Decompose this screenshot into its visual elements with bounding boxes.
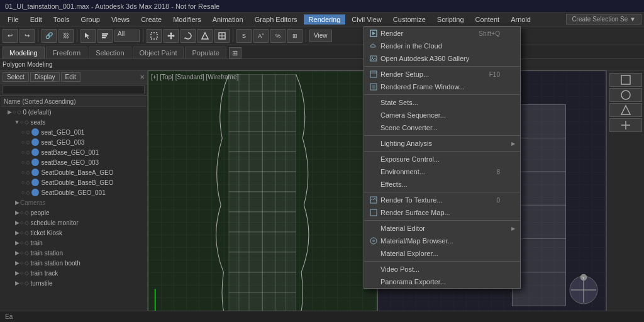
menu-civil-view[interactable]: Civil View <box>347 14 386 25</box>
select-object-button[interactable] <box>80 29 96 43</box>
snap-toggle-button[interactable]: S <box>236 29 252 43</box>
status-text: Ea <box>5 313 13 320</box>
spinner-snap-button[interactable]: ⊞ <box>287 29 303 43</box>
rp-btn-2[interactable] <box>609 88 642 102</box>
menu-panorama-exporter[interactable]: Panorama Exporter... <box>364 275 520 288</box>
menu-modifiers[interactable]: Modifiers <box>168 14 206 25</box>
gallery-icon <box>369 54 378 63</box>
selection-filter-dropdown[interactable]: All <box>114 30 140 42</box>
percent-snap-button[interactable]: % <box>270 29 286 43</box>
rp-btn-3[interactable] <box>609 103 642 117</box>
render-shortcut: Shift+Q <box>479 30 500 37</box>
menu-material-map-browser[interactable]: Material/Map Browser... <box>364 235 520 247</box>
list-item[interactable]: ○ ◇ SeatDouble_BaseA_GEO <box>1 167 146 177</box>
create-selection-button[interactable]: Create Selection Se ▼ <box>566 14 641 25</box>
lp-edit-btn[interactable]: Edit <box>61 72 80 82</box>
tab-populate[interactable]: Populate <box>185 47 226 58</box>
menu-graph-editors[interactable]: Graph Editors <box>250 14 303 25</box>
list-item[interactable]: ▶ ○ ◇ ticket Kiosk <box>1 228 146 238</box>
lp-display-btn[interactable]: Display <box>30 72 60 82</box>
lp-close-btn[interactable]: ✕ <box>140 74 145 80</box>
menu-camera-seq[interactable]: Camera Sequencer... <box>364 109 520 121</box>
menu-open-gallery[interactable]: Open Autodesk A360 Gallery <box>364 52 520 65</box>
transform-button[interactable] <box>214 29 230 43</box>
tree-item-label: train station <box>30 250 63 257</box>
list-item[interactable]: ○ ◇ SeatDouble_BaseB_GEO <box>1 177 146 187</box>
menu-content[interactable]: Content <box>470 14 505 25</box>
list-item[interactable]: ▶ ○ ◇ turnstile <box>1 278 146 288</box>
scale-button[interactable] <box>197 29 213 43</box>
menu-rendering[interactable]: Rendering <box>304 14 346 25</box>
menu-material-explorer[interactable]: Material Explorer... <box>364 247 520 260</box>
menu-create[interactable]: Create <box>136 14 167 25</box>
menu-state-sets[interactable]: State Sets... <box>364 96 520 109</box>
search-input[interactable] <box>3 86 145 94</box>
list-item[interactable]: ▶ Cameras <box>1 197 146 208</box>
rotate-button[interactable] <box>180 29 196 43</box>
list-item[interactable]: ▶ ○ ◇ 0 (default) <box>1 107 146 117</box>
visibility-icon: ○ <box>21 159 25 165</box>
undo-button[interactable]: ↩ <box>3 29 18 43</box>
menu-render-to-texture[interactable]: Render To Texture... 0 <box>364 194 520 206</box>
tree-header: Name (Sorted Ascending) <box>1 97 146 107</box>
list-item[interactable]: ○ ◇ SeatDouble_GEO_001 <box>1 187 146 197</box>
tab-object-paint[interactable]: Object Paint <box>133 47 184 58</box>
material-icon <box>369 236 378 245</box>
list-item[interactable]: ○ ◇ seatBase_GEO_003 <box>1 157 146 167</box>
menu-render-cloud[interactable]: Render in the Cloud <box>364 40 520 52</box>
tree-item-label: train track <box>30 270 58 277</box>
move-button[interactable] <box>164 29 179 43</box>
menu-file[interactable]: File <box>3 14 24 25</box>
visibility-icon-2: ◇ <box>25 250 29 256</box>
rp-btn-1[interactable] <box>609 73 642 87</box>
rect-select-button[interactable] <box>147 29 162 43</box>
tab-selection[interactable]: Selection <box>89 47 131 58</box>
menu-lighting-analysis[interactable]: Lighting Analysis <box>364 137 520 150</box>
select-by-name-button[interactable] <box>97 29 113 43</box>
viewport-top[interactable]: [+] [Top] [Standard] [Wireframe] <box>148 70 377 322</box>
menu-edit[interactable]: Edit <box>25 14 47 25</box>
lp-select-btn[interactable]: Select <box>3 72 29 82</box>
menu-render-setup[interactable]: Render Setup... F10 <box>364 68 520 80</box>
list-item[interactable]: ○ ◇ seat_GEO_003 <box>1 137 146 147</box>
environment-label: Environment... <box>380 168 425 175</box>
menu-animation[interactable]: Animation <box>208 14 248 25</box>
menu-scene-converter[interactable]: Scene Converter... <box>364 121 520 134</box>
list-item[interactable]: ▼ ○ ◇ seats <box>1 117 146 127</box>
visibility-icon-2: ◇ <box>25 230 29 236</box>
menu-rendered-frame[interactable]: Rendered Frame Window... <box>364 80 520 93</box>
menu-effects[interactable]: Effects... <box>364 178 520 191</box>
list-item[interactable]: ▶ ○ ◇ people <box>1 208 146 218</box>
list-item[interactable]: ▶ ○ ◇ schedule monitor <box>1 218 146 228</box>
tree-item-label: seatBase_GEO_001 <box>41 149 99 156</box>
menu-exposure-control[interactable]: Exposure Control... <box>364 153 520 165</box>
menu-render[interactable]: Render Shift+Q <box>364 27 520 40</box>
menu-tools[interactable]: Tools <box>48 14 75 25</box>
view-button[interactable]: View <box>309 30 332 42</box>
tab-modeling[interactable]: Modeling <box>3 47 45 58</box>
menu-customize[interactable]: Customize <box>388 14 431 25</box>
list-item[interactable]: ▶ ○ ◇ train track <box>1 268 146 278</box>
menu-scripting[interactable]: Scripting <box>432 14 469 25</box>
menu-video-post[interactable]: Video Post... <box>364 263 520 275</box>
tabs-more-button[interactable]: ⊞ <box>229 47 242 58</box>
redo-button[interactable]: ↪ <box>19 29 35 43</box>
tab-freeform[interactable]: Freeform <box>46 47 88 58</box>
menu-group[interactable]: Group <box>75 14 105 25</box>
menu-render-surface-map[interactable]: Render Surface Map... <box>364 206 520 219</box>
menu-views[interactable]: Views <box>106 14 135 25</box>
divider-4 <box>364 151 520 152</box>
menu-material-editor[interactable]: Material Editor <box>364 222 520 235</box>
link-button[interactable]: 🔗 <box>42 29 57 43</box>
list-item[interactable]: ▶ ○ ◇ train station booth <box>1 258 146 268</box>
list-item[interactable]: ▶ ○ ◇ train <box>1 238 146 248</box>
menu-arnold[interactable]: Arnold <box>506 14 536 25</box>
unlink-button[interactable]: ⛓ <box>58 29 74 43</box>
rp-btn-4[interactable] <box>609 118 642 132</box>
angle-snap-button[interactable]: A° <box>253 29 269 43</box>
menu-environment[interactable]: Environment... 8 <box>364 165 520 178</box>
tabs-bar: Modeling Freeform Selection Object Paint… <box>0 45 644 59</box>
list-item[interactable]: ▶ ○ ◇ train station <box>1 248 146 258</box>
list-item[interactable]: ○ ◇ seat_GEO_001 <box>1 127 146 137</box>
list-item[interactable]: ○ ◇ seatBase_GEO_001 <box>1 147 146 157</box>
